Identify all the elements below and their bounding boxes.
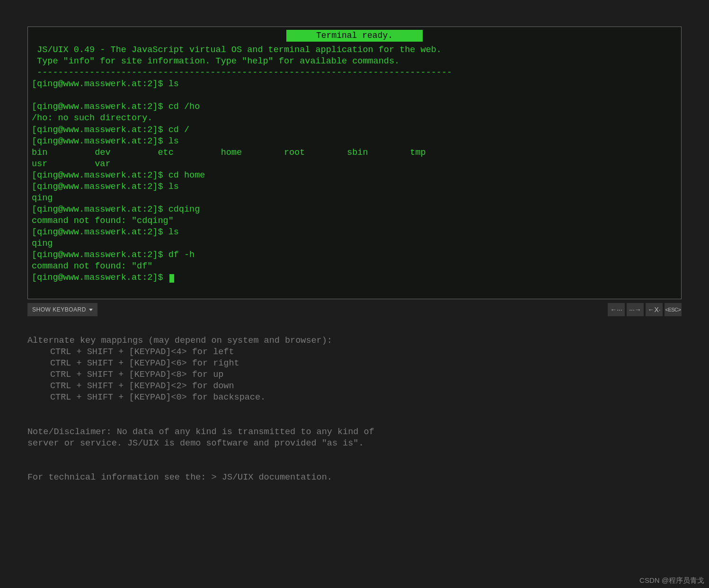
technical-info-line: For technical information see the: > JS/…: [27, 472, 682, 483]
terminal-output[interactable]: JS/UIX 0.49 - The JavaScript virtual OS …: [31, 45, 678, 284]
nav-button-group: ←··· ···→ ←X· <ESC>: [608, 303, 682, 316]
documentation-link[interactable]: JS/UIX documentation.: [222, 472, 332, 482]
key-mapping-line: CTRL + SHIFT + [KEYPAD]<4> for left: [50, 347, 682, 358]
show-keyboard-button[interactable]: SHOW KEYBOARD: [27, 303, 97, 316]
key-mappings-heading: Alternate key mappings (may depend on sy…: [27, 335, 682, 347]
disclaimer-line-1: Note/Disclaimer: No data of any kind is …: [27, 427, 682, 438]
terminal-toolbar: SHOW KEYBOARD ←··· ···→ ←X· <ESC>: [27, 303, 682, 316]
terminal-ready-banner: Terminal ready.: [286, 30, 423, 42]
terminal-prompt: [qing@www.masswerk.at:2]$: [32, 273, 168, 283]
disclaimer-line-2: server or service. JS/UIX is demo softwa…: [27, 438, 682, 449]
terminal-window[interactable]: Terminal ready. JS/UIX 0.49 - The JavaSc…: [27, 27, 682, 299]
backspace-key-button[interactable]: ←X·: [646, 303, 663, 316]
watermark: CSDN @程序员青戈: [639, 576, 704, 585]
key-mapping-line: CTRL + SHIFT + [KEYPAD]<6> for right: [50, 358, 682, 369]
key-mapping-line: CTRL + SHIFT + [KEYPAD]<2> for down: [50, 381, 682, 392]
escape-key-button[interactable]: <ESC>: [665, 303, 682, 316]
key-mapping-line: CTRL + SHIFT + [KEYPAD]<0> for backspace…: [50, 392, 682, 403]
info-text: Alternate key mappings (may depend on sy…: [27, 335, 682, 483]
right-key-button[interactable]: ···→: [627, 303, 644, 316]
tech-info-prefix: For technical information see the: >: [27, 472, 222, 482]
chevron-down-icon: [89, 309, 93, 311]
terminal-cursor: [169, 274, 174, 283]
show-keyboard-label: SHOW KEYBOARD: [32, 306, 86, 313]
left-key-button[interactable]: ←···: [608, 303, 625, 316]
key-mapping-line: CTRL + SHIFT + [KEYPAD]<8> for up: [50, 369, 682, 381]
